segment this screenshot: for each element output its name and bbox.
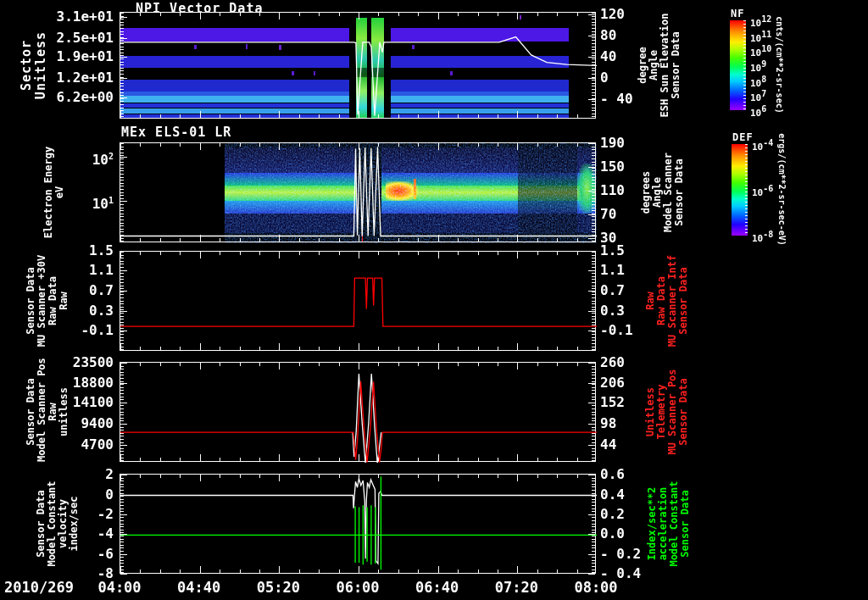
- tick-mark: [588, 331, 595, 331]
- tick-mark: [120, 17, 127, 18]
- tick-mark: [588, 191, 595, 192]
- plot-stage: NPI Vector Data MEx ELS-01 LR: [0, 0, 868, 600]
- x-tick-label: 06:00: [317, 579, 398, 596]
- tick-mark: [588, 534, 595, 535]
- panel-npi-spectrogram: [120, 12, 596, 119]
- x-tick-label: 08:00: [555, 579, 637, 596]
- tick-mark: [120, 291, 127, 292]
- axis-label-left-mu30: Sensor DataMU Scanner +30VRaw DataRaw: [25, 251, 70, 351]
- colorbar-tick-label: 1011: [750, 30, 771, 44]
- tick-mark: [588, 36, 595, 36]
- axis-label-line: Sensor Data: [680, 474, 691, 574]
- colorbar-units-def: ergs/(cm**2-sr-sec-eV): [776, 131, 786, 247]
- axis-label-line: Sensor Data: [674, 142, 685, 242]
- axis-label-line: Unitless: [34, 12, 48, 119]
- x-tick-label: 06:40: [397, 579, 478, 596]
- axis-label-line: Sensor Data: [678, 362, 689, 462]
- colorbar-tick-label: 107: [750, 89, 766, 103]
- tick-mark: [120, 445, 127, 446]
- colorbar-nf: [730, 20, 746, 110]
- date-label: 2010/269: [4, 579, 74, 596]
- panel-els-spectrogram: [120, 142, 596, 242]
- axis-label-line: Sensor Data: [670, 12, 682, 119]
- tick-mark: [588, 403, 595, 403]
- tick-label: 101: [24, 193, 114, 212]
- colorbar-tick-label: 108: [750, 75, 766, 89]
- trace-sun-elevation-angle: [120, 37, 597, 116]
- tick-mark: [588, 14, 595, 15]
- tick-mark: [120, 554, 127, 555]
- axis-label-line: eV: [54, 142, 65, 242]
- tick-mark: [588, 445, 595, 446]
- tick-mark: [588, 214, 595, 215]
- x-tick-label: 05:20: [237, 579, 319, 596]
- tick-mark: [120, 331, 127, 331]
- panel-scanner-pos: [120, 362, 596, 462]
- tick-mark: [588, 78, 595, 79]
- tick-mark: [588, 383, 595, 384]
- tick-mark: [588, 475, 595, 475]
- panel-mu-scanner-30v: [120, 251, 596, 351]
- tick-mark: [120, 251, 127, 252]
- colorbar-tick-label: 109: [750, 59, 766, 74]
- tick-mark: [588, 270, 595, 271]
- tick-mark: [120, 157, 127, 158]
- tick-mark: [120, 38, 127, 39]
- axis-label-left-npi: SectorUnitless: [19, 12, 48, 119]
- axis-label-line: index/sec: [69, 474, 80, 574]
- axis-label-line: Raw: [58, 251, 70, 351]
- tick-mark: [120, 57, 127, 58]
- tick-mark: [588, 238, 595, 239]
- tick-mark: [588, 495, 595, 496]
- tick-mark: [120, 201, 127, 202]
- tick-mark: [120, 514, 127, 515]
- axis-label-left-model: Sensor DataModel Constantvelocityindex/s…: [36, 474, 80, 574]
- model-trace-layer: [120, 475, 597, 575]
- tick-mark: [588, 311, 595, 312]
- tick-mark: [120, 424, 127, 425]
- colorbar-title-nf: NF: [731, 8, 744, 19]
- tick-mark: [588, 514, 595, 515]
- tick-mark: [588, 554, 595, 555]
- tick-mark: [120, 475, 127, 475]
- tick-mark: [120, 78, 127, 79]
- pos-trace-layer: [120, 363, 597, 463]
- tick-mark: [588, 574, 595, 575]
- tick-label: 102: [24, 149, 114, 168]
- tick-mark: [120, 97, 127, 98]
- axis-label-left-els: Electron EnergyeV: [43, 142, 65, 242]
- tick-mark: [588, 291, 595, 292]
- colorbar-title-def: DEF: [732, 131, 754, 143]
- tick-mark: [120, 311, 127, 312]
- colorbar-tick-label: 1012: [750, 14, 771, 29]
- x-tick-label: 04:00: [79, 579, 160, 596]
- colorbar-tick-label: 1010: [750, 44, 771, 58]
- trace-scanner-angle: [120, 147, 597, 236]
- axis-label-left-pos: Sensor DataModel Scanner PosRawunitless: [25, 362, 70, 462]
- els-trace-layer: [120, 143, 597, 243]
- axis-label-right-npi: degreeAngleESH Sun ElevationSensor Data: [637, 12, 682, 119]
- tick-mark: [588, 251, 595, 252]
- tick-mark: [120, 534, 127, 535]
- tick-mark: [588, 99, 595, 100]
- tick-mark: [588, 57, 595, 58]
- tick-mark: [120, 495, 127, 496]
- panel2-title: MEx ELS-01 LR: [121, 125, 231, 140]
- colorbar-units-nf: cnts/(cm**2-sr-sec): [775, 15, 784, 115]
- x-tick-label: 07:20: [476, 579, 557, 596]
- tick-mark: [120, 403, 127, 403]
- tick-mark: [120, 270, 127, 271]
- trace-model-constant-acceleration: [120, 476, 597, 569]
- colorbar-tick-label: 10-6: [752, 184, 773, 198]
- panel-model-constant: [120, 474, 596, 574]
- tick-mark: [120, 363, 127, 364]
- tick-mark: [588, 424, 595, 425]
- axis-label-right-model: Index/sec**2accelerationModel ConstantSe…: [647, 474, 691, 574]
- trace-mu-scanner-30v-raw: [120, 278, 597, 326]
- trace-model-scanner-pos-raw: [120, 381, 597, 463]
- tick-mark: [120, 383, 127, 384]
- colorbar-tick-label: 10-4: [752, 138, 773, 153]
- axis-label-right-mu30: RawRaw DataMU Scanner IntfSensor Data: [645, 251, 689, 351]
- axis-label-line: Sector: [19, 12, 34, 119]
- tick-mark: [120, 574, 127, 575]
